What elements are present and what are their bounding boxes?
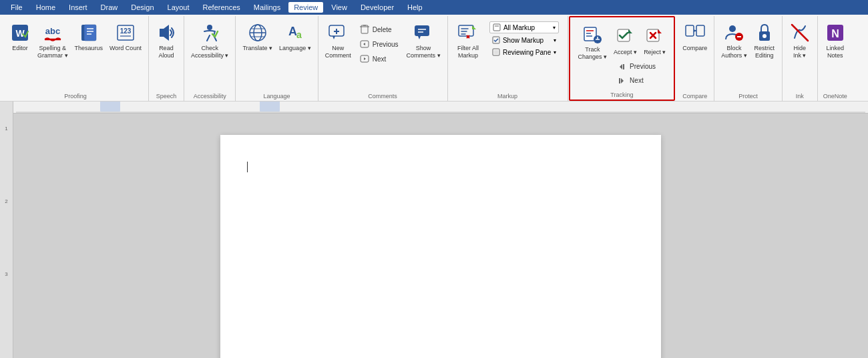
all-markup-arrow: ▾ — [553, 25, 556, 31]
next-change-icon — [616, 75, 627, 86]
svg-text:W: W — [15, 28, 25, 39]
delete-label: Delete — [373, 26, 392, 33]
new-comment-button[interactable]: NewComment — [322, 20, 354, 61]
accessibility-label: Accessibility — [184, 93, 236, 100]
show-markup-label: Show Markup — [503, 37, 544, 44]
restrict-editing-button[interactable]: RestrictEditing — [751, 20, 778, 61]
check-accessibility-label: CheckAccessibility ▾ — [191, 45, 229, 59]
reject-button[interactable]: Reject ▾ — [641, 24, 668, 58]
document-page[interactable] — [220, 135, 661, 358]
menu-references[interactable]: References — [198, 2, 246, 13]
next-change-label: Next — [630, 77, 644, 84]
ink-group: HideInk ▾ Ink — [783, 16, 818, 101]
spelling-label: Spelling &Grammar ▾ — [37, 45, 68, 59]
restrict-editing-label: RestrictEditing — [754, 45, 775, 59]
delete-button[interactable]: Delete — [357, 23, 401, 36]
block-authors-button[interactable]: BlockAuthors ▾ — [718, 20, 750, 61]
new-comment-label: NewComment — [325, 45, 351, 59]
check-accessibility-icon — [199, 22, 220, 43]
previous-comment-label: Previous — [373, 41, 399, 48]
language-button[interactable]: A a Language ▾ — [276, 20, 314, 54]
ribbon: W Editor abc Spelling — [0, 15, 868, 102]
linked-notes-button[interactable]: N LinkedNotes — [822, 20, 849, 61]
translate-button[interactable]: Translate ▾ — [240, 20, 275, 54]
svg-rect-54 — [623, 64, 624, 69]
markup-controls: All Markup ▾ Show Markup ▾ Reviewing Pan… — [487, 20, 562, 68]
read-aloud-icon — [156, 22, 177, 43]
reviewing-pane-button[interactable]: Reviewing Pane ▾ — [489, 47, 559, 57]
menu-design[interactable]: Design — [126, 2, 159, 13]
svg-rect-56 — [619, 78, 620, 83]
menu-insert[interactable]: Insert — [63, 2, 93, 13]
word-count-button[interactable]: 123 Word Count — [107, 20, 144, 54]
previous-comment-button[interactable]: Previous — [357, 37, 401, 51]
read-aloud-button[interactable]: ReadAloud — [153, 20, 180, 61]
svg-rect-70 — [260, 102, 280, 112]
show-comments-icon — [413, 22, 434, 43]
svg-rect-58 — [696, 25, 704, 36]
reviewing-pane-label: Reviewing Pane — [503, 49, 551, 56]
document-area: 1 2 3 — [0, 102, 868, 358]
left-margin: 1 2 3 — [0, 102, 13, 358]
svg-text:abc: abc — [45, 26, 60, 36]
next-comment-label: Next — [373, 55, 387, 63]
svg-marker-21 — [333, 36, 335, 39]
show-comments-button[interactable]: ShowComments ▾ — [404, 20, 443, 61]
previous-change-button[interactable]: Previous — [614, 60, 666, 73]
svg-marker-55 — [621, 78, 624, 83]
menu-mailings[interactable]: Mailings — [248, 2, 286, 13]
page-canvas[interactable] — [13, 114, 868, 358]
track-changes-button[interactable]: TrackChanges ▾ — [576, 21, 610, 63]
spelling-button[interactable]: abc Spelling &Grammar ▾ — [35, 20, 71, 61]
thesaurus-label: Thesaurus — [75, 45, 103, 52]
menu-view[interactable]: View — [326, 2, 353, 13]
svg-text:123: 123 — [120, 27, 132, 35]
thesaurus-button[interactable]: Thesaurus — [72, 20, 106, 54]
next-change-button[interactable]: Next — [614, 74, 666, 87]
document-scroll-area[interactable] — [13, 102, 868, 358]
filter-markup-button[interactable]: Filter AllMarkup — [453, 20, 483, 61]
accessibility-group: CheckAccessibility ▾ Accessibility — [184, 16, 236, 101]
proofing-label: Proofing — [3, 93, 148, 100]
text-cursor — [247, 162, 248, 172]
svg-rect-35 — [459, 25, 473, 36]
hide-ink-icon — [789, 22, 811, 43]
menu-home[interactable]: Home — [31, 2, 61, 13]
reject-label: Reject ▾ — [644, 49, 666, 56]
word-count-icon: 123 — [115, 22, 136, 43]
accept-button[interactable]: Accept ▾ — [611, 24, 640, 58]
block-authors-icon — [723, 22, 744, 43]
all-markup-label: All Markup — [503, 24, 535, 31]
check-accessibility-button[interactable]: CheckAccessibility ▾ — [188, 20, 232, 61]
svg-point-12 — [207, 25, 212, 30]
show-markup-arrow: ▾ — [554, 37, 556, 43]
compare-group-label: Compare — [676, 93, 714, 100]
editor-button[interactable]: W Editor — [7, 20, 33, 54]
previous-change-label: Previous — [630, 63, 656, 70]
next-comment-button[interactable]: Next — [357, 52, 401, 65]
menu-developer[interactable]: Developer — [355, 2, 399, 13]
svg-marker-11 — [160, 25, 169, 41]
next-comment-icon — [359, 53, 370, 64]
compare-icon — [684, 22, 706, 43]
menu-file[interactable]: File — [5, 2, 28, 13]
speech-group: ReadAloud Speech — [149, 16, 184, 101]
menu-help[interactable]: Help — [402, 2, 428, 13]
tracking-group: TrackChanges ▾ — [569, 16, 676, 101]
reviewing-pane-arrow: ▾ — [554, 49, 556, 55]
menu-layout[interactable]: Layout — [162, 2, 195, 13]
proofing-group: W Editor abc Spelling — [3, 16, 149, 101]
svg-rect-37 — [493, 24, 500, 31]
show-markup-button[interactable]: Show Markup ▾ — [489, 35, 559, 45]
compare-button[interactable]: Compare — [680, 20, 710, 54]
markup-group: Filter AllMarkup All Markup ▾ Show Marku… — [448, 16, 568, 101]
hide-ink-button[interactable]: HideInk ▾ — [787, 20, 813, 61]
comments-group: NewComment Delete Previous — [318, 16, 448, 101]
svg-marker-28 — [363, 43, 365, 45]
svg-text:a: a — [296, 29, 302, 40]
new-comment-icon — [327, 22, 349, 43]
menu-review[interactable]: Review — [288, 2, 323, 13]
track-changes-label: TrackChanges ▾ — [578, 46, 608, 61]
all-markup-dropdown[interactable]: All Markup ▾ — [489, 21, 559, 33]
menu-draw[interactable]: Draw — [95, 2, 124, 13]
